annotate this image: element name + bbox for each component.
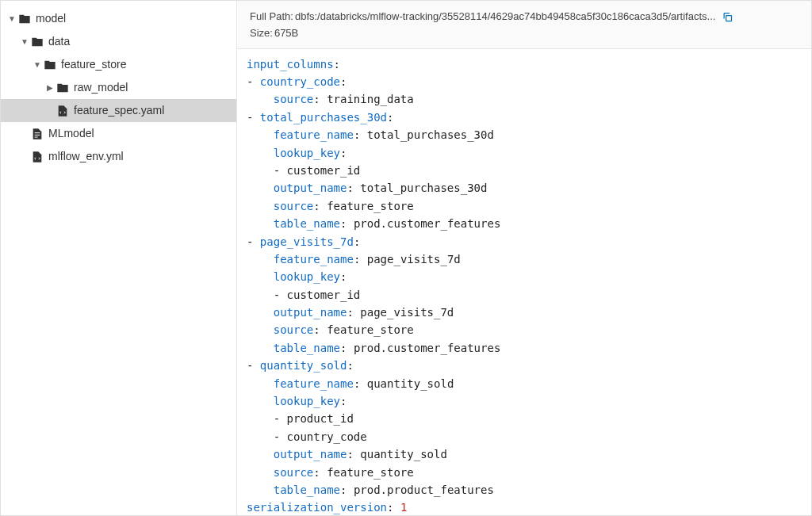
chevron-down-icon: ▼ xyxy=(20,36,29,48)
tree-node-mlflow-env[interactable]: mlflow_env.yml xyxy=(1,145,236,168)
file-code-icon xyxy=(31,151,44,163)
tree-label: feature_spec.yaml xyxy=(74,102,164,119)
copy-icon[interactable] xyxy=(722,11,733,23)
file-info-bar: Full Path: dbfs:/databricks/mlflow-track… xyxy=(237,1,811,49)
tree-label: data xyxy=(48,33,70,50)
folder-icon xyxy=(56,82,69,94)
size-value: 675B xyxy=(274,25,298,42)
file-code-icon xyxy=(56,105,69,117)
folder-icon xyxy=(44,59,56,71)
artifact-tree-sidebar: ▼ model ▼ data ▼ feature_store ▶ raw_mod… xyxy=(1,1,237,515)
tree-node-feature-store[interactable]: ▼ feature_store xyxy=(1,53,236,76)
tree-node-mlmodel[interactable]: MLmodel xyxy=(1,122,236,145)
content-pane: Full Path: dbfs:/databricks/mlflow-track… xyxy=(237,1,811,515)
tree-label: MLmodel xyxy=(48,125,94,142)
size-row: Size: 675B xyxy=(250,25,799,42)
tree-node-raw-model[interactable]: ▶ raw_model xyxy=(1,76,236,99)
chevron-down-icon: ▼ xyxy=(33,59,42,71)
tree-node-feature-spec[interactable]: feature_spec.yaml xyxy=(1,99,236,122)
folder-icon xyxy=(18,13,31,25)
tree-label: mlflow_env.yml xyxy=(48,148,124,165)
file-icon xyxy=(31,128,44,140)
file-content-viewer[interactable]: input_columns: - country_code: source: t… xyxy=(237,49,811,515)
full-path-row: Full Path: dbfs:/databricks/mlflow-track… xyxy=(250,9,799,25)
chevron-right-icon: ▶ xyxy=(45,82,55,94)
full-path-label: Full Path: xyxy=(250,9,293,25)
tree-node-model[interactable]: ▼ model xyxy=(1,7,236,30)
tree-label: raw_model xyxy=(74,79,128,96)
chevron-down-icon: ▼ xyxy=(7,13,17,25)
tree-node-data[interactable]: ▼ data xyxy=(1,30,236,53)
folder-icon xyxy=(31,36,44,48)
tree-label: model xyxy=(36,10,66,27)
size-label: Size: xyxy=(250,25,273,42)
svg-rect-0 xyxy=(726,16,732,21)
tree-label: feature_store xyxy=(61,56,127,73)
full-path-value: dbfs:/databricks/mlflow-tracking/3552811… xyxy=(295,9,715,25)
